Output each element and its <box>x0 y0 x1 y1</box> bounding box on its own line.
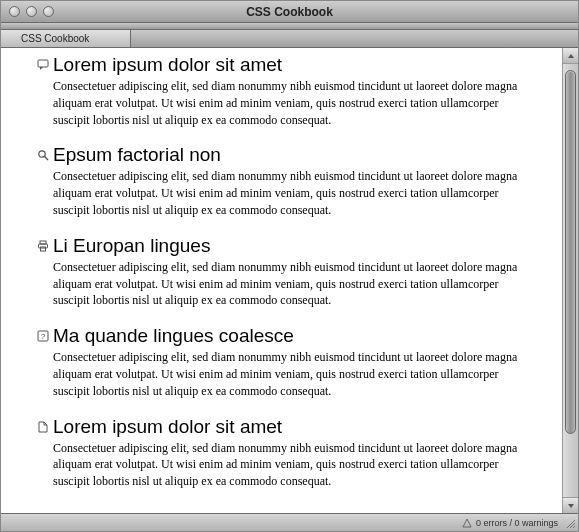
minimize-window-button[interactable] <box>26 6 37 17</box>
status-text: 0 errors / 0 warnings <box>476 518 558 528</box>
content-area: Lorem ipsum dolor sit amet Consectetuer … <box>1 48 578 513</box>
section-heading: Li Europan lingues <box>37 235 534 257</box>
section-heading: Epsum factorial non <box>37 144 534 166</box>
heading-text: Epsum factorial non <box>53 144 221 166</box>
section-body: Consectetuer adipiscing elit, sed diam n… <box>53 349 534 399</box>
tab-label: CSS Cookbook <box>21 33 89 44</box>
svg-line-2 <box>45 157 49 161</box>
browser-window: CSS Cookbook CSS Cookbook Lorem ipsum do… <box>1 1 578 531</box>
section-heading: ? Ma quande lingues coalesce <box>37 325 534 347</box>
close-window-button[interactable] <box>9 6 20 17</box>
vertical-scrollbar[interactable] <box>562 48 578 513</box>
svg-line-10 <box>573 526 575 528</box>
heading-text: Ma quande lingues coalesce <box>53 325 294 347</box>
heading-text: Li Europan lingues <box>53 235 210 257</box>
section-body: Consectetuer adipiscing elit, sed diam n… <box>53 440 534 490</box>
chevron-down-icon <box>567 502 575 510</box>
section-heading: Lorem ipsum dolor sit amet <box>37 416 534 438</box>
scrollbar-thumb[interactable] <box>565 70 576 434</box>
section: Lorem ipsum dolor sit amet Consectetuer … <box>53 54 534 128</box>
chevron-up-icon <box>567 52 575 60</box>
document-icon <box>37 421 49 433</box>
printer-icon <box>37 240 49 252</box>
traffic-lights <box>9 6 54 17</box>
titlebar[interactable]: CSS Cookbook <box>1 1 578 23</box>
scroll-up-button[interactable] <box>563 48 578 64</box>
tab-bar: CSS Cookbook <box>1 30 578 48</box>
help-square-icon: ? <box>37 330 49 342</box>
section-heading: Lorem ipsum dolor sit amet <box>37 54 534 76</box>
scroll-down-button[interactable] <box>563 497 578 513</box>
page-viewport[interactable]: Lorem ipsum dolor sit amet Consectetuer … <box>1 48 562 513</box>
resize-grip[interactable] <box>564 517 576 529</box>
toolbar <box>1 23 578 30</box>
scrollbar-track[interactable] <box>563 64 578 497</box>
section-body: Consectetuer adipiscing elit, sed diam n… <box>53 168 534 218</box>
zoom-window-button[interactable] <box>43 6 54 17</box>
section-body: Consectetuer adipiscing elit, sed diam n… <box>53 259 534 309</box>
window-title: CSS Cookbook <box>1 5 578 19</box>
heading-text: Lorem ipsum dolor sit amet <box>53 416 282 438</box>
section: Lorem ipsum dolor sit amet Consectetuer … <box>53 416 534 490</box>
tab-css-cookbook[interactable]: CSS Cookbook <box>1 30 131 47</box>
status-warning-icon <box>462 518 472 528</box>
magnifier-icon <box>37 149 49 161</box>
svg-rect-0 <box>38 60 48 67</box>
section-body: Consectetuer adipiscing elit, sed diam n… <box>53 78 534 128</box>
svg-text:?: ? <box>41 332 46 341</box>
section: Li Europan lingues Consectetuer adipisci… <box>53 235 534 309</box>
section: ? Ma quande lingues coalesce Consectetue… <box>53 325 534 399</box>
svg-point-1 <box>39 151 45 157</box>
speech-bubble-icon <box>37 59 49 71</box>
section: Epsum factorial non Consectetuer adipisc… <box>53 144 534 218</box>
heading-text: Lorem ipsum dolor sit amet <box>53 54 282 76</box>
status-bar: 0 errors / 0 warnings <box>1 513 578 531</box>
